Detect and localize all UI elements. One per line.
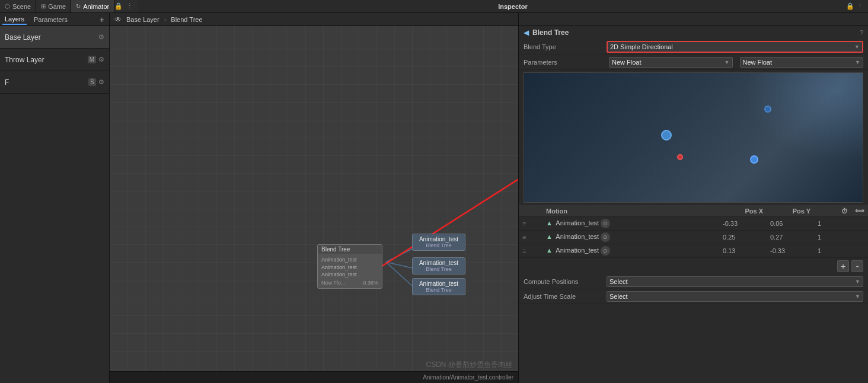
- handle-icon-2: ≡: [522, 247, 526, 254]
- handle-icon-0: ≡: [522, 220, 526, 227]
- compute-positions-row: Compute Positions Select ▼: [519, 275, 868, 289]
- inspector-section-header: ◀ Blend Tree ?: [519, 26, 868, 39]
- blend-type-row: Blend Type 2D Simple Directional ▼: [519, 39, 868, 55]
- blend-tree-title: Blend Tree: [532, 28, 569, 37]
- param2-dropdown[interactable]: New Float ▼: [740, 57, 864, 68]
- inspector-label: Inspector: [498, 3, 528, 10]
- blend-diagram: [524, 72, 863, 203]
- anim-node-3[interactable]: Animation_test Blend Tree: [412, 278, 465, 295]
- motion-row-2: ≡ ▲ Animation_test ⊙ 0.13 -0.33 1: [519, 244, 868, 258]
- animator-tab[interactable]: ↻ Animator: [71, 0, 114, 12]
- game-tab[interactable]: ⊞ Game: [36, 0, 71, 12]
- motion-icon-1: ▲: [546, 233, 553, 240]
- adjust-time-scale-row: Adjust Time Scale Select ▼: [519, 289, 868, 304]
- anim-node-3-name: Animation_test: [416, 280, 461, 287]
- adjust-time-scale-value[interactable]: Select ▼: [607, 291, 863, 302]
- blend-tree-icon: ◀: [524, 28, 529, 37]
- canvas-breadcrumb: 👁 Base Layer › Blend Tree: [110, 13, 518, 26]
- more-icon2[interactable]: ⋮: [857, 2, 863, 10]
- layer-gear-base[interactable]: ⚙: [98, 33, 104, 41]
- main-content: Layers Parameters + Base Layer ⚙ Throw L…: [0, 13, 868, 383]
- layer-item-base[interactable]: Base Layer ⚙: [0, 26, 109, 49]
- node-footer: New Flo... -0.36%: [321, 280, 378, 286]
- scene-tab[interactable]: ⬡ Scene: [0, 0, 36, 12]
- blend-type-value[interactable]: 2D Simple Directional ▼: [607, 41, 863, 53]
- param1-dropdown[interactable]: New Float ▼: [609, 57, 733, 68]
- table-add-remove: + -: [519, 258, 868, 275]
- node-footer-left: New Flo...: [321, 280, 346, 286]
- motion-weight-0: 1: [814, 217, 838, 231]
- game-label: Game: [48, 3, 66, 10]
- motion-handle-0: ≡: [519, 217, 542, 231]
- blend-dot-center: [661, 130, 672, 141]
- motion-name-2: Animation_test: [556, 247, 599, 254]
- inspector-header: [519, 13, 868, 26]
- layer-gear-throw[interactable]: ⚙: [98, 56, 104, 63]
- tab-layers[interactable]: Layers: [2, 14, 27, 25]
- breadcrumb-base-layer[interactable]: Base Layer: [126, 16, 159, 23]
- motion-col-weight: [814, 205, 838, 217]
- compute-positions-text: Select: [609, 278, 628, 285]
- lock-icon[interactable]: 🔒: [114, 2, 123, 10]
- layer-controls-throw: M ⚙: [88, 56, 104, 63]
- motion-weight-1: 1: [814, 231, 838, 244]
- compute-positions-value[interactable]: Select ▼: [607, 276, 863, 287]
- animator-label: Animator: [83, 3, 109, 10]
- motion-link-2[interactable]: ⊙: [601, 246, 610, 256]
- dropdown-arrow-blend: ▼: [854, 44, 860, 50]
- motion-link-0[interactable]: ⊙: [601, 219, 610, 228]
- layer-name-f: F: [5, 78, 88, 87]
- blend-tree-main-node[interactable]: Blend Tree Animation_test Animation_test…: [317, 244, 382, 289]
- breadcrumb-blend-tree[interactable]: Blend Tree: [171, 16, 202, 23]
- layer-item-f[interactable]: F S ⚙: [0, 71, 109, 94]
- adjust-time-scale-text: Select: [609, 293, 628, 300]
- game-icon: ⊞: [41, 3, 46, 9]
- animator-icon: ↻: [76, 3, 81, 9]
- lock-icon2[interactable]: 🔒: [846, 2, 854, 10]
- blend-type-dropdown[interactable]: 2D Simple Directional ▼: [607, 41, 863, 53]
- left-panel: Layers Parameters + Base Layer ⚙ Throw L…: [0, 13, 110, 383]
- inspector-scroll[interactable]: ◀ Blend Tree ? Blend Type 2D Simple Dire…: [519, 26, 868, 370]
- add-motion-button[interactable]: +: [837, 260, 849, 272]
- parameters-label: Parameters: [524, 59, 607, 66]
- scene-label: Scene: [12, 3, 31, 10]
- motion-col-posx: Pos X: [719, 205, 767, 217]
- top-bar-actions: 🔒 ⋮: [114, 2, 138, 10]
- motion-col-mirror: ⟺: [851, 205, 868, 217]
- dropdown-arrow-compute: ▼: [855, 279, 860, 285]
- status-text: Animation/Animator_test.controller: [423, 374, 513, 381]
- motion-col-action: ⏱: [838, 205, 851, 217]
- node-row-3: Animation_test: [321, 271, 378, 279]
- motion-link-1[interactable]: ⊙: [601, 232, 610, 242]
- compute-positions-label: Compute Positions: [524, 278, 607, 285]
- layer-item-throw[interactable]: Throw Layer M ⚙: [0, 49, 109, 71]
- motion-row-1: ≡ ▲ Animation_test ⊙ 0.25 0.27 1: [519, 231, 868, 244]
- watermark: CSDN @番茄炒蛋鱼香肉丝: [426, 360, 512, 370]
- remove-motion-button[interactable]: -: [851, 260, 863, 272]
- add-layer-button[interactable]: +: [97, 15, 107, 24]
- compute-positions-dropdown[interactable]: Select ▼: [607, 276, 863, 287]
- eye-icon: 👁: [114, 15, 122, 24]
- more-icon[interactable]: ⋮: [126, 2, 133, 10]
- motion-name-cell-0: ▲ Animation_test ⊙: [542, 217, 719, 231]
- motion-name-0: Animation_test: [556, 219, 599, 226]
- adjust-time-scale-dropdown[interactable]: Select ▼: [607, 291, 863, 302]
- param1-text: New Float: [612, 59, 642, 66]
- motion-posy-2: -0.33: [767, 244, 814, 258]
- blend-dot-red: [677, 154, 683, 160]
- layer-controls-f: S ⚙: [88, 78, 104, 86]
- canvas-connections: [110, 13, 518, 383]
- tab-parameters[interactable]: Parameters: [31, 15, 70, 24]
- canvas-area[interactable]: 👁 Base Layer › Blend Tree Blend Tree Ani…: [110, 13, 518, 383]
- left-panel-tabs: Layers Parameters +: [0, 13, 109, 26]
- anim-node-1[interactable]: Animation_test Blend Tree: [412, 234, 465, 251]
- anim-node-2[interactable]: Animation_test Blend Tree: [412, 257, 465, 275]
- layer-gear-f[interactable]: ⚙: [98, 78, 104, 86]
- anim-node-2-subtitle: Blend Tree: [416, 266, 461, 272]
- motion-handle-2: ≡: [519, 244, 542, 258]
- motion-table: Motion Pos X Pos Y ⏱ ⟺ ≡ ▲ Animation_tes…: [519, 205, 868, 258]
- help-icon[interactable]: ?: [860, 29, 863, 36]
- svg-line-0: [386, 249, 412, 262]
- dropdown-arrow-param1: ▼: [725, 59, 730, 65]
- parameters-row: Parameters New Float ▼ New Float ▼: [519, 55, 868, 70]
